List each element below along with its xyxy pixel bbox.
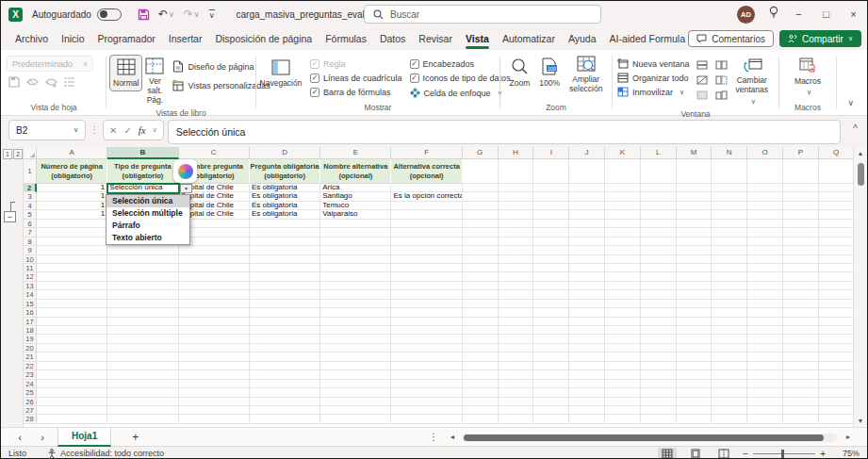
focus-cell-button[interactable]: Celda de enfoque∨ bbox=[410, 88, 511, 98]
cell-M11[interactable] bbox=[677, 264, 712, 272]
cell-A10[interactable] bbox=[37, 255, 107, 264]
expand-formula-bar-icon[interactable]: ^ bbox=[853, 123, 858, 134]
cell-F19[interactable] bbox=[391, 335, 462, 343]
search-input[interactable]: Buscar bbox=[364, 5, 601, 24]
ribbon-tab-inicio[interactable]: Inicio bbox=[55, 27, 91, 50]
cell-D5[interactable]: Es obligatoria bbox=[250, 210, 320, 219]
name-box[interactable]: B2∨ bbox=[8, 120, 86, 140]
cell-H8[interactable] bbox=[499, 238, 534, 246]
cell-F25[interactable] bbox=[391, 388, 462, 397]
sheet-tab-hoja1[interactable]: Hoja1 bbox=[57, 428, 111, 447]
cell-P7[interactable] bbox=[783, 228, 819, 237]
cell-C18[interactable] bbox=[179, 326, 250, 335]
excel-logo-icon[interactable]: X bbox=[8, 8, 23, 22]
cell-I5[interactable] bbox=[533, 210, 569, 219]
column-header-K[interactable]: K bbox=[605, 147, 641, 159]
cell-E27[interactable] bbox=[320, 406, 391, 415]
ribbon-tab-archivo[interactable]: Archivo bbox=[8, 27, 55, 50]
cell-M19[interactable] bbox=[677, 335, 712, 343]
column-header-G[interactable]: G bbox=[463, 147, 499, 159]
cell-C22[interactable] bbox=[179, 362, 250, 370]
cell-G8[interactable] bbox=[463, 238, 499, 246]
cell-H16[interactable] bbox=[499, 308, 534, 317]
cell-P11[interactable] bbox=[783, 264, 819, 272]
cell-P27[interactable] bbox=[783, 406, 819, 415]
cell-C25[interactable] bbox=[179, 388, 250, 397]
cell-A16[interactable] bbox=[37, 308, 107, 317]
ribbon-tab-datos[interactable]: Datos bbox=[373, 27, 412, 50]
cell-P15[interactable] bbox=[783, 300, 819, 308]
row-header-19[interactable]: 19 bbox=[24, 335, 37, 343]
cell-A20[interactable] bbox=[37, 344, 107, 352]
scroll-down-icon[interactable]: ▼ bbox=[854, 415, 867, 427]
hide-window-icon[interactable] bbox=[696, 74, 709, 85]
split-icon[interactable] bbox=[696, 59, 709, 70]
cell-I12[interactable] bbox=[533, 272, 569, 281]
sheet-view-dropdown[interactable]: Predeterminado∨ bbox=[7, 56, 93, 72]
cell-O16[interactable] bbox=[747, 308, 783, 317]
normal-view-button[interactable]: Normal bbox=[109, 55, 142, 91]
cell-C10[interactable] bbox=[179, 255, 250, 264]
exit-sheet-view-icon[interactable] bbox=[26, 76, 39, 88]
cell-O28[interactable] bbox=[747, 415, 783, 423]
cell-F7[interactable] bbox=[391, 228, 462, 237]
cell-B25[interactable] bbox=[107, 388, 178, 397]
cell-N3[interactable] bbox=[712, 192, 747, 201]
cell-L10[interactable] bbox=[641, 255, 677, 264]
cell-G15[interactable] bbox=[463, 300, 499, 308]
cell-G26[interactable] bbox=[463, 398, 499, 406]
cell-G18[interactable] bbox=[463, 326, 499, 335]
cell-J21[interactable] bbox=[569, 352, 605, 361]
cell-F4[interactable] bbox=[391, 202, 462, 210]
vertical-scroll-thumb[interactable] bbox=[858, 163, 864, 186]
cell-A24[interactable] bbox=[37, 380, 107, 388]
lightbulb-icon[interactable] bbox=[768, 6, 779, 23]
cell-J17[interactable] bbox=[569, 318, 605, 326]
scroll-right-icon[interactable]: ▸ bbox=[846, 433, 850, 441]
cell-L1[interactable] bbox=[641, 159, 677, 184]
cell-J28[interactable] bbox=[569, 415, 605, 423]
dropdown-option-p-rrafo[interactable]: Párrafo bbox=[106, 220, 189, 232]
cell-P23[interactable] bbox=[783, 370, 819, 379]
fx-chevron-icon[interactable]: ∨ bbox=[153, 126, 157, 134]
cell-Q3[interactable] bbox=[819, 192, 855, 201]
cell-M12[interactable] bbox=[677, 272, 712, 281]
cell-I24[interactable] bbox=[533, 380, 569, 388]
customize-toolbar-icon[interactable]: ∨ bbox=[209, 9, 215, 20]
cell-N12[interactable] bbox=[712, 272, 747, 281]
cell-I16[interactable] bbox=[533, 308, 569, 317]
cell-O1[interactable] bbox=[747, 159, 783, 184]
cell-K6[interactable] bbox=[605, 220, 641, 228]
accessibility-status[interactable]: Accesibilidad: todo correcto bbox=[47, 449, 164, 459]
cell-A9[interactable] bbox=[37, 246, 107, 254]
cell-I22[interactable] bbox=[533, 362, 569, 370]
cell-C23[interactable] bbox=[179, 370, 250, 379]
cell-M15[interactable] bbox=[677, 300, 712, 308]
cell-O23[interactable] bbox=[747, 370, 783, 379]
cell-M20[interactable] bbox=[677, 344, 712, 352]
cell-K12[interactable] bbox=[605, 272, 641, 281]
cell-G12[interactable] bbox=[463, 272, 499, 281]
column-header-P[interactable]: P bbox=[783, 147, 819, 159]
redo-button[interactable]: ↷∨ bbox=[184, 8, 200, 21]
cell-Q10[interactable] bbox=[819, 255, 855, 264]
cell-E26[interactable] bbox=[320, 398, 391, 406]
cell-O27[interactable] bbox=[747, 406, 783, 415]
cell-A18[interactable] bbox=[37, 326, 107, 335]
cell-G22[interactable] bbox=[463, 362, 499, 370]
cell-J23[interactable] bbox=[569, 370, 605, 379]
cell-P1[interactable] bbox=[783, 159, 819, 184]
cell-B1[interactable]: Tipo de pregunta(obligatorio) bbox=[107, 159, 178, 184]
cell-I23[interactable] bbox=[533, 370, 569, 379]
cell-A28[interactable] bbox=[37, 415, 107, 423]
cell-J11[interactable] bbox=[569, 264, 605, 272]
cell-E25[interactable] bbox=[320, 388, 391, 397]
vertical-scrollbar[interactable]: ▲ ▼ bbox=[853, 147, 867, 427]
cell-L26[interactable] bbox=[641, 398, 677, 406]
cell-A25[interactable] bbox=[37, 388, 107, 397]
cell-L28[interactable] bbox=[641, 415, 677, 423]
cell-Q20[interactable] bbox=[819, 344, 855, 352]
cell-D3[interactable]: Es obligatoria bbox=[250, 192, 320, 201]
cell-Q21[interactable] bbox=[819, 352, 855, 361]
cell-B10[interactable] bbox=[107, 255, 178, 264]
